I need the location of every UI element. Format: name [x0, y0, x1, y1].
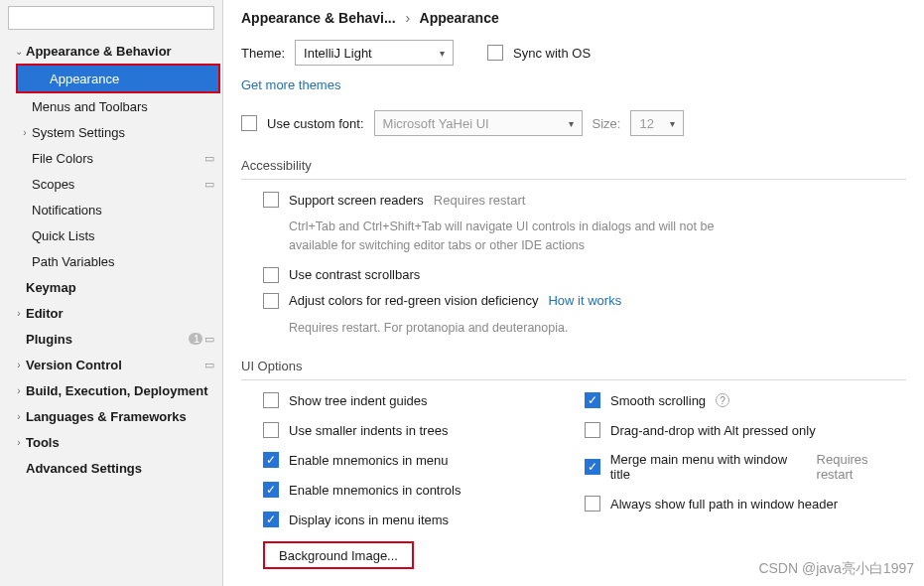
background-image-label: Background Image... — [279, 548, 398, 563]
chevron-right-icon: › — [12, 360, 26, 370]
ui-options-title: UI Options — [241, 359, 906, 373]
smaller-indents-checkbox[interactable] — [263, 422, 279, 438]
use-custom-font-checkbox[interactable] — [241, 115, 257, 131]
watermark: CSDN @java亮小白1997 — [758, 560, 914, 578]
sidebar-item-languages[interactable]: › Languages & Frameworks — [0, 403, 222, 429]
merge-menu-label: Merge main menu with window title — [610, 452, 807, 482]
project-scope-icon: ▭ — [202, 359, 216, 371]
color-deficiency-label: Adjust colors for red-green vision defic… — [289, 293, 538, 308]
smaller-indents-label: Use smaller indents in trees — [289, 423, 448, 438]
sidebar-item-version-control[interactable]: › Version Control ▭ — [0, 352, 222, 377]
highlight-appearance: Appearance — [16, 64, 220, 93]
project-scope-icon: ▭ — [202, 152, 216, 165]
contrast-scrollbars-label: Use contrast scrollbars — [289, 267, 420, 282]
accessibility-title: Accessibility — [241, 158, 906, 173]
color-deficiency-checkbox[interactable] — [263, 293, 279, 309]
chevron-right-icon: › — [12, 385, 26, 396]
chevron-down-icon: ▾ — [440, 48, 445, 59]
chevron-down-icon: ▾ — [569, 118, 574, 129]
chevron-right-icon: › — [18, 127, 32, 138]
screen-readers-checkbox[interactable] — [263, 192, 279, 208]
sidebar-item-keymap[interactable]: Keymap — [0, 274, 222, 300]
chevron-right-icon: › — [12, 437, 26, 448]
sidebar-item-system-settings[interactable]: › System Settings — [0, 119, 222, 145]
smooth-scrolling-checkbox[interactable]: ✓ — [585, 392, 600, 408]
tree-guides-label: Show tree indent guides — [289, 393, 427, 408]
project-scope-icon: ▭ — [202, 178, 216, 191]
theme-select[interactable]: IntelliJ Light ▾ — [295, 40, 454, 66]
use-custom-font-label: Use custom font: — [267, 116, 364, 131]
sidebar-item-quick-lists[interactable]: Quick Lists — [0, 222, 222, 248]
breadcrumb-root[interactable]: Appearance & Behavi... — [241, 10, 396, 26]
sync-with-os-checkbox[interactable] — [487, 45, 503, 61]
screen-readers-hint: Ctrl+Tab and Ctrl+Shift+Tab will navigat… — [289, 218, 716, 255]
screen-readers-label: Support screen readers — [289, 193, 424, 208]
contrast-scrollbars-checkbox[interactable] — [263, 267, 279, 283]
mnemonics-controls-label: Enable mnemonics in controls — [289, 483, 461, 498]
merge-menu-checkbox[interactable]: ✓ — [585, 459, 600, 475]
search-input[interactable] — [8, 6, 214, 30]
sidebar-item-editor[interactable]: › Editor — [0, 300, 222, 326]
sidebar-item-scopes[interactable]: Scopes ▭ — [0, 171, 222, 197]
full-path-checkbox[interactable] — [585, 496, 600, 512]
dnd-alt-checkbox[interactable] — [585, 422, 600, 438]
sidebar-item-appearance-behavior[interactable]: ⌄ Appearance & Behavior — [0, 38, 222, 64]
display-icons-label: Display icons in menu items — [289, 513, 449, 527]
sidebar-item-menus-toolbars[interactable]: Menus and Toolbars — [0, 93, 222, 119]
sidebar-item-notifications[interactable]: Notifications — [0, 197, 222, 222]
chevron-right-icon: › — [12, 308, 26, 319]
settings-sidebar: ⌕ ⌄ Appearance & Behavior Appearance Men… — [0, 0, 223, 586]
display-icons-checkbox[interactable]: ✓ — [263, 512, 279, 527]
how-it-works-link[interactable]: How it works — [548, 293, 621, 308]
sync-with-os-label: Sync with OS — [513, 46, 591, 61]
mnemonics-menu-label: Enable mnemonics in menu — [289, 453, 448, 468]
sidebar-item-file-colors[interactable]: File Colors ▭ — [0, 145, 222, 171]
full-path-label: Always show full path in window header — [610, 497, 838, 512]
merge-menu-hint: Requires restart — [817, 452, 906, 482]
font-size-select[interactable]: 12 ▾ — [630, 110, 684, 136]
sidebar-item-plugins[interactable]: Plugins 1 ▭ — [0, 326, 222, 352]
font-size-value: 12 — [639, 116, 653, 131]
smooth-scrolling-label: Smooth scrolling — [610, 393, 706, 408]
plugins-badge: 1 — [189, 333, 202, 345]
settings-content: Appearance & Behavi... › Appearance Them… — [223, 0, 924, 586]
color-deficiency-hint: Requires restart. For protanopia and deu… — [289, 319, 906, 338]
help-icon[interactable]: ? — [716, 393, 729, 407]
sidebar-item-path-variables[interactable]: Path Variables — [0, 248, 222, 274]
sidebar-item-tools[interactable]: › Tools — [0, 429, 222, 455]
chevron-right-icon: › — [12, 411, 26, 422]
dnd-alt-label: Drag-and-drop with Alt pressed only — [610, 423, 816, 438]
size-label: Size: — [593, 116, 621, 131]
chevron-down-icon: ▾ — [670, 118, 675, 129]
get-more-themes-link[interactable]: Get more themes — [241, 77, 340, 92]
mnemonics-controls-checkbox[interactable]: ✓ — [263, 482, 279, 498]
mnemonics-menu-checkbox[interactable]: ✓ — [263, 452, 279, 468]
chevron-right-icon: › — [400, 10, 417, 26]
breadcrumb: Appearance & Behavi... › Appearance — [241, 10, 906, 26]
sidebar-item-build[interactable]: › Build, Execution, Deployment — [0, 377, 222, 403]
sidebar-item-appearance[interactable]: Appearance — [18, 66, 218, 91]
custom-font-value: Microsoft YaHei UI — [383, 116, 489, 131]
tree-guides-checkbox[interactable] — [263, 392, 279, 408]
settings-tree: ⌄ Appearance & Behavior Appearance Menus… — [0, 34, 222, 481]
requires-restart-hint: Requires restart — [434, 193, 525, 208]
project-scope-icon: ▭ — [202, 333, 216, 346]
breadcrumb-leaf: Appearance — [420, 10, 499, 26]
theme-value: IntelliJ Light — [304, 46, 372, 61]
background-image-button[interactable]: Background Image... — [263, 541, 414, 569]
chevron-down-icon: ⌄ — [12, 46, 26, 57]
custom-font-select[interactable]: Microsoft YaHei UI ▾ — [374, 110, 583, 136]
divider — [241, 379, 906, 380]
theme-label: Theme: — [241, 46, 285, 61]
divider — [241, 179, 906, 180]
sidebar-item-advanced[interactable]: Advanced Settings — [0, 455, 222, 481]
